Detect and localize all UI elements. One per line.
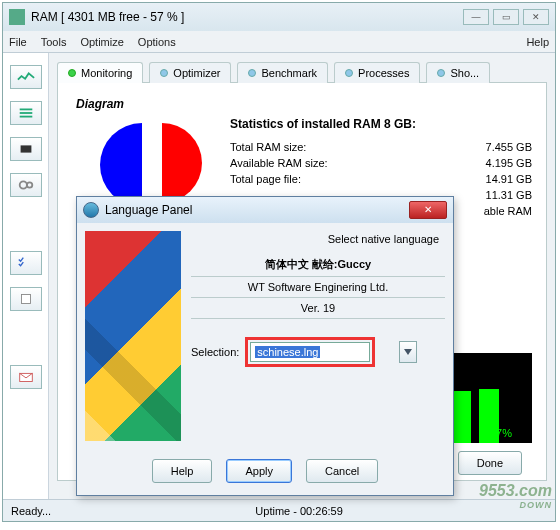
language-dialog: Language Panel ✕ Select native language … xyxy=(76,196,454,496)
menu-optimize[interactable]: Optimize xyxy=(80,36,123,48)
dialog-title: Language Panel xyxy=(105,203,192,217)
svg-point-5 xyxy=(26,182,31,187)
globe-icon xyxy=(83,202,99,218)
stat-row: Total RAM size:7.455 GB xyxy=(230,139,532,155)
lang-line-3: Ver. 19 xyxy=(191,298,445,319)
selection-highlight-box: schinese.lng xyxy=(245,337,375,367)
titlebar[interactable]: RAM [ 4301 MB free - 57 % ] — ▭ ✕ xyxy=(3,3,555,31)
sidebar-list-icon[interactable] xyxy=(10,101,42,125)
svg-point-4 xyxy=(19,181,26,188)
meter-percent: 57% xyxy=(490,427,512,439)
watermark: 9553.com DOWN xyxy=(479,482,552,510)
sidebar-monitor-icon[interactable] xyxy=(10,65,42,89)
selection-label: Selection: xyxy=(191,346,239,358)
maximize-button[interactable]: ▭ xyxy=(493,9,519,25)
dialog-close-button[interactable]: ✕ xyxy=(409,201,447,219)
status-uptime: Uptime - 00:26:59 xyxy=(255,505,342,517)
done-button[interactable]: Done xyxy=(458,451,522,475)
combobox-arrow[interactable] xyxy=(399,341,417,363)
dialog-titlebar[interactable]: Language Panel ✕ xyxy=(77,197,453,223)
flags-image xyxy=(85,231,181,441)
stat-row: Available RAM size:4.195 GB xyxy=(230,155,532,171)
sidebar xyxy=(3,53,49,499)
tab-benchmark[interactable]: Benchmark xyxy=(237,62,328,83)
menu-options[interactable]: Options xyxy=(138,36,176,48)
tab-bar: Monitoring Optimizer Benchmark Processes… xyxy=(57,61,547,83)
sidebar-mail-icon[interactable] xyxy=(10,365,42,389)
tab-dot-icon xyxy=(345,69,353,77)
sidebar-doc-icon[interactable] xyxy=(10,287,42,311)
tab-processes[interactable]: Processes xyxy=(334,62,420,83)
svg-rect-6 xyxy=(21,295,30,304)
menu-tools[interactable]: Tools xyxy=(41,36,67,48)
svg-rect-3 xyxy=(20,145,31,152)
sidebar-gears-icon[interactable] xyxy=(10,173,42,197)
menu-help[interactable]: Help xyxy=(526,36,549,48)
status-bar: Ready... Uptime - 00:26:59 xyxy=(3,499,555,521)
stats-header: Statistics of installed RAM 8 GB: xyxy=(230,117,532,131)
dialog-apply-button[interactable]: Apply xyxy=(226,459,292,483)
chevron-down-icon xyxy=(404,349,412,355)
tab-dot-icon xyxy=(248,69,256,77)
select-native-label: Select native language xyxy=(328,233,439,245)
sidebar-checklist-icon[interactable] xyxy=(10,251,42,275)
dialog-help-button[interactable]: Help xyxy=(152,459,213,483)
tab-dot-icon xyxy=(160,69,168,77)
lang-line-2: WT Software Enginering Ltd. xyxy=(191,277,445,298)
tab-dot-icon xyxy=(437,69,445,77)
menubar: File Tools Optimize Options Help xyxy=(3,31,555,53)
meter-bar xyxy=(451,391,471,443)
status-ready: Ready... xyxy=(11,505,51,517)
window-title: RAM [ 4301 MB free - 57 % ] xyxy=(31,10,184,24)
selection-combobox[interactable]: schinese.lng xyxy=(250,342,370,362)
minimize-button[interactable]: — xyxy=(463,9,489,25)
tab-dot-icon xyxy=(68,69,76,77)
menu-file[interactable]: File xyxy=(9,36,27,48)
lang-line-1: 简体中文 献给:Guccy xyxy=(191,253,445,277)
selection-value: schinese.lng xyxy=(255,346,320,358)
app-icon xyxy=(9,9,25,25)
diagram-heading: Diagram xyxy=(76,97,532,111)
tab-shortcut[interactable]: Sho... xyxy=(426,62,490,83)
tab-monitoring[interactable]: Monitoring xyxy=(57,62,143,83)
sidebar-chip-icon[interactable] xyxy=(10,137,42,161)
stat-row: Total page file:14.91 GB xyxy=(230,171,532,187)
tab-optimizer[interactable]: Optimizer xyxy=(149,62,231,83)
dialog-cancel-button[interactable]: Cancel xyxy=(306,459,378,483)
close-button[interactable]: ✕ xyxy=(523,9,549,25)
